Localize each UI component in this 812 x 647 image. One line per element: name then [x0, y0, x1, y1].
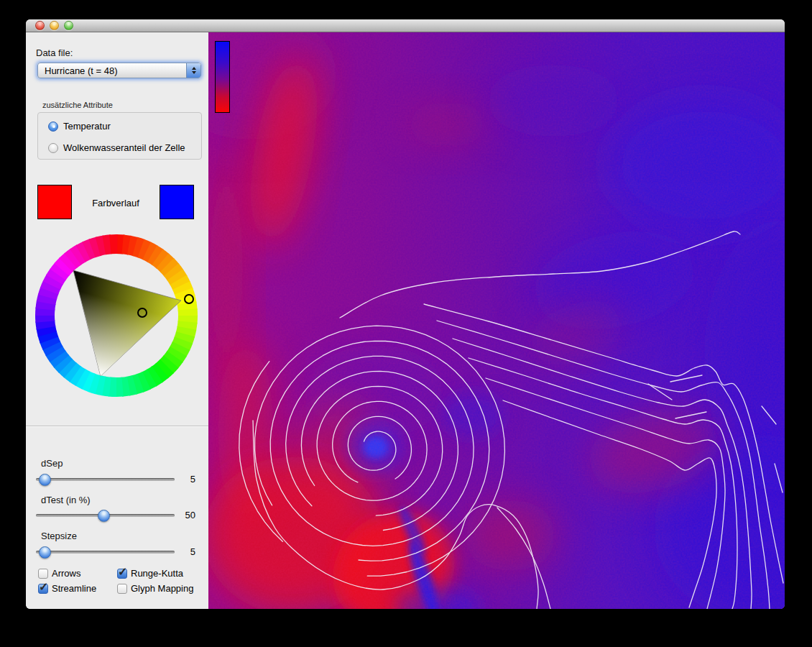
gradient-start-swatch[interactable]: [37, 185, 72, 219]
title-bar[interactable]: [26, 19, 785, 32]
colorbar-legend: [215, 41, 230, 113]
glyph-mapping-checkbox[interactable]: Glyph Mapping: [117, 583, 193, 594]
attributes-groupbox: Temperatur Wolkenwasseranteil der Zelle: [37, 112, 202, 160]
checkbox-label: Arrows: [52, 568, 80, 579]
stepsize-slider[interactable]: [36, 546, 175, 559]
checkbox[interactable]: [117, 584, 127, 594]
visualization-canvas[interactable]: [208, 32, 785, 609]
control-sidebar: Data file: Hurricane (t = 48) zusätzlich…: [26, 32, 208, 609]
arrow-up-icon: [192, 67, 196, 70]
attributes-group-label: zusätzliche Attribute: [42, 101, 113, 109]
dtest-slider[interactable]: [36, 510, 175, 522]
arrow-down-icon: [192, 71, 196, 74]
stepsize-value: 5: [170, 546, 195, 557]
minimize-icon[interactable]: [50, 21, 59, 30]
runge-kutta-checkbox[interactable]: Runge-Kutta: [117, 568, 183, 579]
checkbox-label: Runge-Kutta: [131, 568, 183, 579]
checkbox-label: Glyph Mapping: [131, 583, 193, 594]
data-file-dropdown[interactable]: Hurricane (t = 48): [37, 63, 201, 78]
radio-temperatur[interactable]: Temperatur: [48, 121, 111, 132]
gradient-end-swatch[interactable]: [160, 185, 194, 219]
radio-wolkenwasseranteil[interactable]: Wolkenwasseranteil der Zelle: [48, 142, 185, 153]
checkbox[interactable]: [38, 569, 48, 579]
data-file-label: Data file:: [36, 47, 73, 58]
slider-thumb[interactable]: [39, 546, 51, 559]
hurricane-heatmap: [208, 32, 785, 609]
dtest-value: 50: [170, 510, 195, 520]
stepsize-label: Stepsize: [41, 531, 77, 541]
streamline-checkbox[interactable]: Streamline: [38, 583, 96, 594]
color-wheel-picker[interactable]: [33, 232, 200, 399]
radio-label: Wolkenwasseranteil der Zelle: [63, 142, 185, 153]
radio-label: Temperatur: [63, 121, 111, 132]
checkbox[interactable]: [117, 569, 127, 579]
radio-button[interactable]: [48, 121, 58, 132]
dsep-value: 5: [170, 474, 195, 485]
dropdown-stepper-icon[interactable]: [186, 63, 200, 78]
noise-texture: [208, 32, 785, 609]
radio-button[interactable]: [48, 143, 58, 153]
dsep-slider[interactable]: [36, 474, 175, 486]
dsep-label: dSep: [41, 458, 63, 469]
slider-track[interactable]: [36, 478, 175, 481]
app-window: Data file: Hurricane (t = 48) zusätzlich…: [26, 19, 785, 609]
close-icon[interactable]: [35, 21, 45, 30]
checkbox-label: Streamline: [52, 583, 96, 594]
data-file-value: Hurricane (t = 48): [38, 65, 186, 76]
slider-thumb[interactable]: [98, 510, 110, 522]
window-controls: [35, 21, 73, 30]
sidebar-divider: [26, 426, 208, 427]
slider-thumb[interactable]: [39, 474, 51, 486]
farbverlauf-label: Farbverlauf: [72, 198, 160, 208]
zoom-icon[interactable]: [64, 21, 73, 30]
dtest-label: dTest (in %): [41, 495, 91, 505]
slider-track[interactable]: [36, 551, 175, 554]
checkbox[interactable]: [38, 584, 48, 594]
arrows-checkbox[interactable]: Arrows: [38, 568, 80, 579]
